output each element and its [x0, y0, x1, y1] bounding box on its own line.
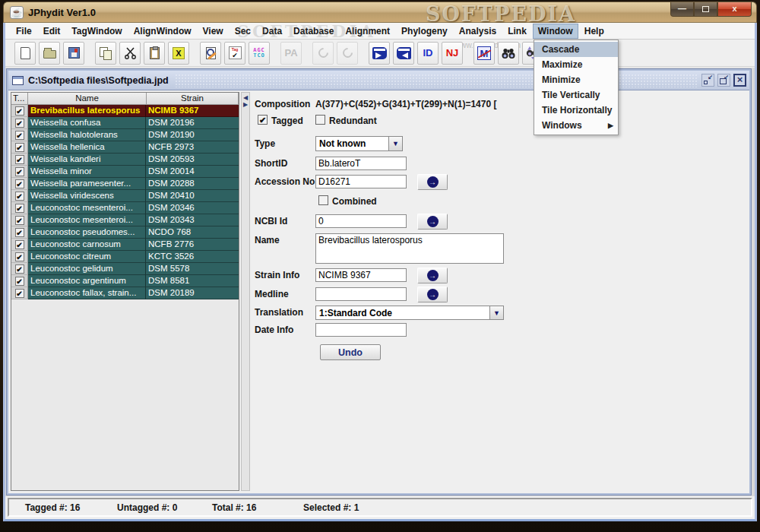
- menu-item-maximize[interactable]: Maximize: [534, 57, 618, 72]
- row-tag-checkbox[interactable]: ✔: [11, 287, 28, 299]
- document-titlebar[interactable]: C:\Softpedia files\Softpedia.jpd ↙ ↙ ×: [8, 71, 749, 90]
- menu-tagwindow[interactable]: TagWindow: [67, 24, 126, 38]
- table-row[interactable]: ✔Weissella paramesenter...DSM 20288: [11, 178, 239, 190]
- menu-sec[interactable]: Sec: [230, 24, 255, 38]
- menu-help[interactable]: Help: [580, 24, 609, 38]
- import-button[interactable]: [393, 42, 414, 65]
- strain-info-input[interactable]: [315, 268, 407, 282]
- menu-item-tile-vertically[interactable]: Tile Vertically: [534, 87, 618, 103]
- table-row[interactable]: ✔Weissella hellenicaNCFB 2973: [11, 141, 239, 154]
- tagged-checkbox[interactable]: ✔: [258, 115, 268, 125]
- app-titlebar[interactable]: SOFTPEDIA ☕ JPhydit Ver1.0 — x: [3, 2, 757, 23]
- menu-item-minimize[interactable]: Minimize: [534, 72, 618, 87]
- redundant-checkbox[interactable]: [315, 115, 325, 125]
- menu-file[interactable]: File: [11, 24, 36, 38]
- menu-alignment[interactable]: Alignment: [340, 24, 394, 38]
- ncbi-go-button[interactable]: →: [417, 214, 448, 230]
- table-row[interactable]: ✔Weissella kandleriDSM 20593: [11, 154, 239, 166]
- table-row[interactable]: ✔Leuconostoc argentinumDSM 8581: [11, 275, 239, 287]
- row-tag-checkbox[interactable]: ✔: [11, 105, 28, 117]
- accession-go-button[interactable]: →: [417, 174, 448, 190]
- medline-go-button[interactable]: →: [417, 287, 448, 302]
- row-tag-checkbox[interactable]: ✔: [11, 190, 28, 202]
- name-textarea[interactable]: Brevibacillus laterosporus: [315, 233, 504, 264]
- menu-item-windows[interactable]: Windows▶: [534, 118, 618, 133]
- find-button[interactable]: [498, 42, 519, 65]
- row-tag-checkbox[interactable]: ✔: [11, 154, 28, 166]
- row-tag-checkbox[interactable]: ✔: [11, 226, 28, 239]
- delete-button[interactable]: X: [168, 42, 189, 65]
- open-file-button[interactable]: [39, 42, 60, 65]
- table-row[interactable]: ✔Weissella confusaDSM 20196: [11, 117, 239, 129]
- splitter-right-icon[interactable]: ▶: [242, 101, 249, 108]
- tag-button[interactable]: Tag✔: [224, 42, 245, 65]
- row-tag-checkbox[interactable]: ✔: [11, 129, 28, 141]
- date-info-input[interactable]: [315, 323, 407, 337]
- table-row[interactable]: ✔Leuconostoc fallax, strain...DSM 20189: [11, 287, 239, 299]
- menu-edit[interactable]: Edit: [39, 24, 65, 38]
- document-close-button[interactable]: ×: [733, 74, 746, 87]
- column-header-strain[interactable]: Strain: [147, 93, 239, 105]
- new-file-button[interactable]: [14, 42, 36, 65]
- medline-input[interactable]: [315, 287, 407, 301]
- paste-button[interactable]: [144, 42, 165, 65]
- id-button[interactable]: ID: [417, 42, 439, 65]
- ncbi-input[interactable]: [315, 214, 407, 228]
- menu-link[interactable]: Link: [503, 24, 531, 38]
- menu-analysis[interactable]: Analysis: [454, 24, 501, 38]
- document-minimize-button[interactable]: ↙: [701, 74, 714, 87]
- maximize-button[interactable]: [694, 2, 717, 17]
- translation-combobox[interactable]: 1:Standard Code ▼: [315, 306, 504, 320]
- table-row[interactable]: ✔Weissella minorDSM 20014: [11, 166, 239, 178]
- cut-button[interactable]: [119, 42, 141, 65]
- row-tag-checkbox[interactable]: ✔: [11, 141, 28, 154]
- menu-window[interactable]: Window: [534, 24, 578, 38]
- combo-arrow-icon[interactable]: ▼: [489, 306, 503, 319]
- table-row[interactable]: ✔Leuconostoc carnosumNCFB 2776: [11, 239, 239, 251]
- row-tag-checkbox[interactable]: ✔: [11, 251, 28, 263]
- sequence-colors-button[interactable]: AGCTCO: [249, 42, 270, 65]
- row-tag-checkbox[interactable]: ✔: [11, 166, 28, 178]
- table-row[interactable]: ✔Leuconostoc mesenteroi...DSM 20343: [11, 214, 239, 226]
- type-combobox[interactable]: Not known ▼: [315, 136, 403, 151]
- nj-button[interactable]: NJ: [442, 42, 463, 65]
- document-restore-button[interactable]: ↙: [717, 74, 730, 87]
- row-tag-checkbox[interactable]: ✔: [11, 117, 28, 129]
- menu-data[interactable]: Data: [258, 24, 287, 38]
- menu-item-tile-horizontally[interactable]: Tile Horizontally: [534, 103, 618, 118]
- table-row[interactable]: ✔Weissella viridescensDSM 20410: [11, 190, 239, 202]
- menu-alignwindow[interactable]: AlignWindow: [129, 24, 196, 38]
- table-row[interactable]: ✔Leuconostoc pseudomes...NCDO 768: [11, 226, 239, 239]
- accession-input[interactable]: [315, 175, 407, 188]
- menu-view[interactable]: View: [198, 24, 228, 38]
- table-row[interactable]: ✔Brevibacillus laterosporusNCIMB 9367: [11, 105, 239, 117]
- row-tag-checkbox[interactable]: ✔: [11, 275, 28, 287]
- table-row[interactable]: ✔Weissella halotoleransDSM 20190: [11, 129, 239, 141]
- minimize-button[interactable]: —: [670, 2, 694, 17]
- export-button[interactable]: [369, 42, 390, 65]
- split-divider[interactable]: ◀ ▶: [241, 92, 250, 491]
- copy-button[interactable]: [95, 42, 116, 65]
- save-button[interactable]: [63, 42, 84, 65]
- combo-arrow-icon[interactable]: ▼: [388, 137, 402, 150]
- model-button[interactable]: M: [473, 42, 495, 65]
- row-tag-checkbox[interactable]: ✔: [11, 263, 28, 275]
- strain-go-button[interactable]: →: [417, 268, 448, 283]
- menu-phylogeny[interactable]: Phylogeny: [397, 24, 452, 38]
- row-tag-checkbox[interactable]: ✔: [11, 214, 28, 226]
- edit-search-button[interactable]: [200, 42, 221, 65]
- menu-item-cascade[interactable]: Cascade: [534, 42, 618, 57]
- row-tag-checkbox[interactable]: ✔: [11, 178, 28, 190]
- close-button[interactable]: x: [717, 2, 752, 17]
- row-tag-checkbox[interactable]: ✔: [11, 239, 28, 251]
- shortid-input[interactable]: [315, 157, 407, 170]
- splitter-arrows[interactable]: ◀ ▶: [242, 94, 249, 108]
- combined-checkbox[interactable]: [318, 195, 328, 205]
- table-row[interactable]: ✔Leuconostoc citreumKCTC 3526: [11, 251, 239, 263]
- table-row[interactable]: ✔Leuconostoc mesenteroi...DSM 20346: [11, 202, 239, 214]
- column-header-tagged[interactable]: T...: [11, 93, 28, 105]
- menu-database[interactable]: Database: [289, 24, 338, 38]
- table-row[interactable]: ✔Leuconostoc gelidumDSM 5578: [11, 263, 239, 275]
- column-header-name[interactable]: Name: [28, 93, 147, 105]
- splitter-left-icon[interactable]: ◀: [242, 94, 249, 101]
